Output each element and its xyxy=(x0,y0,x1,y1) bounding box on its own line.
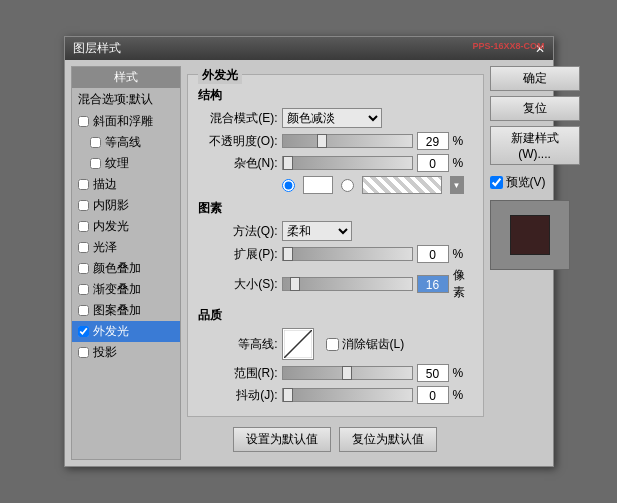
reset-default-button[interactable]: 复位为默认值 xyxy=(339,427,437,452)
contour-checkbox[interactable] xyxy=(90,137,101,148)
method-select[interactable]: 柔和 xyxy=(282,221,352,241)
opacity-row: 不透明度(O): 29 % xyxy=(198,132,473,150)
style-item-inner-shadow[interactable]: 内阴影 xyxy=(72,195,180,216)
spread-slider[interactable] xyxy=(282,247,413,261)
outer-glow-title: 外发光 xyxy=(198,67,242,84)
jitter-unit: % xyxy=(453,388,473,402)
preview-inner xyxy=(510,215,550,255)
color-radio-solid[interactable] xyxy=(282,179,295,192)
opacity-label: 不透明度(O): xyxy=(198,133,278,150)
blend-mode-select[interactable]: 颜色减淡 xyxy=(282,108,382,128)
inner-shadow-checkbox[interactable] xyxy=(78,200,89,211)
elements-group: 图素 方法(Q): 柔和 扩展(P): 0 % xyxy=(198,200,473,301)
preview-label: 预览(V) xyxy=(490,174,580,191)
color-radio-gradient[interactable] xyxy=(341,179,354,192)
contour-curve-icon xyxy=(284,330,312,358)
style-list: 混合选项:默认 斜面和浮雕 等高线 纹理 描边 xyxy=(72,88,180,363)
gradient-overlay-checkbox[interactable] xyxy=(78,284,89,295)
range-label: 范围(R): xyxy=(198,365,278,382)
noise-row: 杂色(N): 0 % xyxy=(198,154,473,172)
inner-glow-checkbox[interactable] xyxy=(78,221,89,232)
color-dropdown-arrow[interactable]: ▼ xyxy=(450,176,464,194)
size-row: 大小(S): 16 像素 xyxy=(198,267,473,301)
bevel-checkbox[interactable] xyxy=(78,116,89,127)
outer-glow-section: 外发光 结构 混合模式(E): 颜色减淡 不透明度(O): xyxy=(187,74,484,417)
style-item-contour[interactable]: 等高线 xyxy=(72,132,180,153)
style-item-texture[interactable]: 纹理 xyxy=(72,153,180,174)
left-panel: 样式 混合选项:默认 斜面和浮雕 等高线 纹理 描边 xyxy=(71,66,181,460)
range-unit: % xyxy=(453,366,473,380)
contour-label: 等高线: xyxy=(198,336,278,353)
preview-checkbox[interactable] xyxy=(490,176,503,189)
satin-checkbox[interactable] xyxy=(78,242,89,253)
spread-unit: % xyxy=(453,247,473,261)
style-item-satin[interactable]: 光泽 xyxy=(72,237,180,258)
set-default-button[interactable]: 设置为默认值 xyxy=(233,427,331,452)
style-item-drop-shadow[interactable]: 投影 xyxy=(72,342,180,363)
size-label: 大小(S): xyxy=(198,276,278,293)
layer-style-dialog: 图层样式 PPS-16XX8-COM ✕ 样式 混合选项:默认 斜面和浮雕 等高… xyxy=(64,36,554,467)
style-item-pattern-overlay[interactable]: 图案叠加 xyxy=(72,300,180,321)
method-label: 方法(Q): xyxy=(198,223,278,240)
blend-mode-label: 混合模式(E): xyxy=(198,110,278,127)
smooth-checkbox[interactable] xyxy=(326,338,339,351)
spread-label: 扩展(P): xyxy=(198,246,278,263)
color-overlay-checkbox[interactable] xyxy=(78,263,89,274)
noise-slider[interactable] xyxy=(282,156,413,170)
jitter-slider-container xyxy=(282,388,413,402)
middle-panel: 外发光 结构 混合模式(E): 颜色减淡 不透明度(O): xyxy=(187,66,484,460)
range-slider[interactable] xyxy=(282,366,413,380)
color-gradient-preview[interactable] xyxy=(362,176,442,194)
structure-group: 结构 混合模式(E): 颜色减淡 不透明度(O): 29 % xyxy=(198,87,473,194)
noise-value[interactable]: 0 xyxy=(417,154,449,172)
size-value[interactable]: 16 xyxy=(417,275,449,293)
size-unit: 像素 xyxy=(453,267,473,301)
spread-value[interactable]: 0 xyxy=(417,245,449,263)
contour-preview[interactable] xyxy=(282,328,314,360)
style-item-stroke[interactable]: 描边 xyxy=(72,174,180,195)
jitter-row: 抖动(J): 0 % xyxy=(198,386,473,404)
range-value[interactable]: 50 xyxy=(417,364,449,382)
jitter-slider[interactable] xyxy=(282,388,413,402)
noise-label: 杂色(N): xyxy=(198,155,278,172)
opacity-slider[interactable] xyxy=(282,134,413,148)
opacity-unit: % xyxy=(453,134,473,148)
style-item-inner-glow[interactable]: 内发光 xyxy=(72,216,180,237)
bottom-buttons: 设置为默认值 复位为默认值 xyxy=(187,423,484,460)
right-panel: 确定 复位 新建样式(W).... 预览(V) xyxy=(490,66,580,460)
style-item-outer-glow[interactable]: 外发光 xyxy=(72,321,180,342)
noise-unit: % xyxy=(453,156,473,170)
contour-row: 等高线: 消除锯齿(L) xyxy=(198,328,473,360)
method-row: 方法(Q): 柔和 xyxy=(198,221,473,241)
quality-group: 品质 等高线: 消除锯齿(L) xyxy=(198,307,473,404)
color-radio-group: ▼ xyxy=(282,176,464,194)
style-item-bevel[interactable]: 斜面和浮雕 xyxy=(72,111,180,132)
drop-shadow-checkbox[interactable] xyxy=(78,347,89,358)
color-white-swatch[interactable] xyxy=(303,176,333,194)
texture-checkbox[interactable] xyxy=(90,158,101,169)
opacity-slider-container xyxy=(282,134,413,148)
style-item-blending-default[interactable]: 混合选项:默认 xyxy=(72,88,180,111)
size-slider[interactable] xyxy=(282,277,413,291)
stroke-checkbox[interactable] xyxy=(78,179,89,190)
style-item-color-overlay[interactable]: 颜色叠加 xyxy=(72,258,180,279)
styles-panel-title: 样式 xyxy=(72,67,180,88)
pattern-overlay-checkbox[interactable] xyxy=(78,305,89,316)
watermark: PPS-16XX8-COM xyxy=(472,41,544,51)
confirm-button[interactable]: 确定 xyxy=(490,66,580,91)
noise-slider-container xyxy=(282,156,413,170)
jitter-value[interactable]: 0 xyxy=(417,386,449,404)
spread-row: 扩展(P): 0 % xyxy=(198,245,473,263)
spread-slider-container xyxy=(282,247,413,261)
structure-title: 结构 xyxy=(198,87,473,104)
title-bar: 图层样式 PPS-16XX8-COM ✕ xyxy=(65,37,553,60)
blend-mode-row: 混合模式(E): 颜色减淡 xyxy=(198,108,473,128)
outer-glow-checkbox[interactable] xyxy=(78,326,89,337)
opacity-value[interactable]: 29 xyxy=(417,132,449,150)
dialog-title: 图层样式 xyxy=(73,40,121,57)
jitter-label: 抖动(J): xyxy=(198,387,278,404)
new-style-button[interactable]: 新建样式(W).... xyxy=(490,126,580,165)
style-item-gradient-overlay[interactable]: 渐变叠加 xyxy=(72,279,180,300)
reset-button[interactable]: 复位 xyxy=(490,96,580,121)
dialog-body: 样式 混合选项:默认 斜面和浮雕 等高线 纹理 描边 xyxy=(65,60,553,466)
